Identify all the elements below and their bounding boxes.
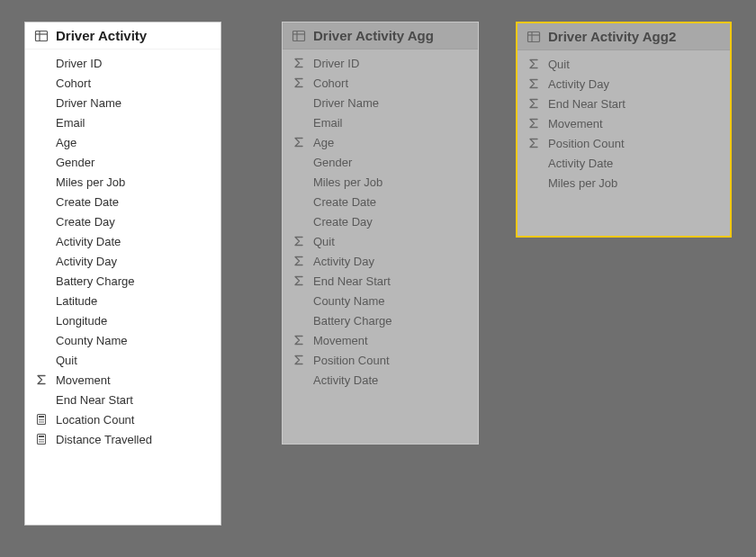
blank-icon (292, 95, 306, 110)
field-label: End Near Start (56, 393, 133, 407)
field-row[interactable]: Battery Charge (25, 271, 220, 291)
field-list: QuitActivity DayEnd Near StartMovementPo… (518, 50, 730, 196)
table-card-driver-activity-agg2[interactable]: Driver Activity Agg2QuitActivity DayEnd … (516, 22, 732, 238)
field-row[interactable]: Driver ID (25, 53, 220, 73)
field-row[interactable]: Movement (283, 330, 478, 350)
blank-icon (292, 155, 306, 169)
blank-icon (526, 175, 541, 190)
field-label: Create Date (56, 195, 119, 209)
field-label: Create Day (313, 215, 373, 229)
svg-point-9 (40, 421, 42, 423)
field-row[interactable]: Movement (518, 113, 730, 133)
table-header[interactable]: Driver Activity (25, 22, 220, 49)
table-icon (292, 29, 306, 43)
field-row[interactable]: Email (283, 112, 478, 132)
field-row[interactable]: Position Count (518, 133, 730, 153)
field-row[interactable]: Activity Date (283, 370, 478, 390)
table-header[interactable]: Driver Activity Agg2 (518, 23, 730, 50)
field-label: End Near Start (313, 274, 391, 288)
field-row[interactable]: Create Day (283, 211, 478, 231)
field-list: Driver IDCohortDriver NameEmailAgeGender… (25, 49, 220, 453)
field-row[interactable]: Create Date (25, 192, 220, 211)
blank-icon (34, 293, 49, 308)
field-row[interactable]: Age (283, 132, 478, 152)
field-row[interactable]: Quit (283, 231, 478, 251)
field-row[interactable]: Miles per Job (518, 173, 730, 193)
field-row[interactable]: Longitude (25, 310, 220, 330)
field-row[interactable]: Cohort (283, 73, 478, 93)
table-card-driver-activity-agg[interactable]: Driver Activity AggDriver IDCohortDriver… (282, 22, 479, 445)
field-row[interactable]: Latitude (25, 291, 220, 310)
svg-point-18 (42, 441, 44, 443)
field-label: Movement (313, 334, 368, 347)
field-row[interactable]: Activity Day (283, 251, 478, 271)
field-label: End Near Start (548, 97, 626, 111)
field-row[interactable]: Driver ID (283, 53, 478, 73)
sigma-icon (292, 76, 306, 90)
field-label: Miles per Job (548, 176, 617, 190)
field-row[interactable]: Movement (25, 370, 220, 390)
field-row[interactable]: Activity Day (518, 74, 730, 94)
field-row[interactable]: Location Count (25, 409, 220, 429)
svg-rect-12 (39, 436, 44, 437)
svg-point-8 (39, 421, 40, 423)
field-row[interactable]: Battery Charge (283, 310, 478, 330)
field-row[interactable]: Position Count (283, 350, 478, 370)
field-list: Driver IDCohortDriver NameEmailAgeGender… (283, 49, 478, 393)
field-row[interactable]: Driver Name (25, 93, 220, 112)
field-row[interactable]: Gender (283, 152, 478, 172)
sigma-icon (292, 234, 306, 248)
field-row[interactable]: Miles per Job (25, 172, 220, 192)
blank-icon (34, 175, 49, 189)
table-title: Driver Activity Agg2 (548, 29, 676, 44)
svg-point-6 (40, 419, 42, 421)
field-row[interactable]: Cohort (25, 73, 220, 93)
field-row[interactable]: Gender (25, 152, 220, 172)
field-row[interactable]: Quit (518, 54, 730, 74)
field-row[interactable]: Miles per Job (283, 172, 478, 192)
field-label: Activity Day (56, 255, 117, 268)
field-row[interactable]: Create Day (25, 211, 220, 231)
blank-icon (292, 115, 306, 130)
field-row[interactable]: Activity Date (25, 231, 220, 251)
field-row[interactable]: County Name (283, 291, 478, 310)
field-label: Miles per Job (56, 175, 125, 189)
table-card-driver-activity[interactable]: Driver ActivityDriver IDCohortDriver Nam… (24, 22, 221, 526)
blank-icon (34, 194, 49, 209)
blank-icon (34, 155, 49, 169)
field-row[interactable]: Driver Name (283, 93, 478, 112)
blank-icon (34, 135, 49, 149)
field-row[interactable]: Activity Date (518, 153, 730, 173)
field-row[interactable]: End Near Start (518, 94, 730, 113)
svg-rect-0 (36, 31, 48, 40)
field-label: Miles per Job (313, 175, 382, 189)
sigma-icon (292, 333, 306, 347)
field-row[interactable]: Distance Travelled (25, 429, 220, 449)
field-label: Activity Day (548, 77, 609, 91)
field-label: Age (313, 136, 334, 149)
table-header[interactable]: Driver Activity Agg (283, 22, 478, 49)
field-row[interactable]: County Name (25, 330, 220, 350)
field-row[interactable]: End Near Start (25, 390, 220, 409)
table-icon (526, 30, 541, 44)
field-row[interactable]: Age (25, 132, 220, 152)
field-label: County Name (56, 334, 127, 347)
field-label: Location Count (56, 413, 134, 427)
blank-icon (34, 95, 49, 110)
field-label: Latitude (56, 294, 97, 308)
sigma-icon (292, 353, 306, 367)
model-canvas[interactable]: Driver ActivityDriver IDCohortDriver Nam… (0, 0, 756, 557)
svg-point-13 (39, 439, 40, 441)
field-label: Longitude (56, 314, 107, 328)
field-row[interactable]: Create Date (283, 192, 478, 211)
field-row[interactable]: End Near Start (283, 271, 478, 291)
field-label: Cohort (56, 76, 91, 90)
blank-icon (292, 175, 306, 189)
field-label: Cohort (313, 76, 348, 90)
field-label: Create Day (56, 215, 115, 229)
field-row[interactable]: Email (25, 112, 220, 132)
blank-icon (34, 353, 49, 367)
field-row[interactable]: Quit (25, 350, 220, 370)
field-label: Battery Charge (313, 314, 392, 328)
field-row[interactable]: Activity Day (25, 251, 220, 271)
